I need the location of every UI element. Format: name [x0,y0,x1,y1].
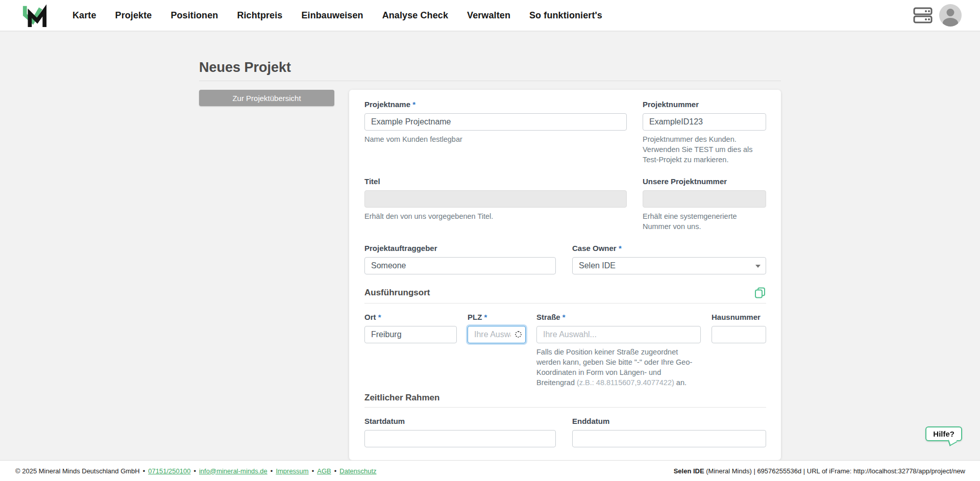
projektnummer-label: Projektnummer [643,100,766,109]
hilfe-button[interactable]: Hilfe? [925,426,962,441]
project-form-card: Projektname * Name vom Kunden festlegbar… [349,90,781,460]
unsere-projektnummer-hint: Erhält eine systemgenerierte Nummer von … [643,211,766,232]
mineral-minds-logo-icon[interactable] [21,3,48,28]
session-user: Selen IDE [674,467,704,475]
footer-separator: • [193,467,196,475]
case-owner-select[interactable]: Selen IDE [572,257,766,274]
startdatum-input[interactable] [364,430,556,447]
footer-session-info: Selen IDE (Mineral Minds) | 69576255536d… [674,467,965,475]
nav-item-projekte[interactable]: Projekte [115,10,152,21]
nav-right-actions [913,4,962,27]
copyright-text: © 2025 Mineral Minds Deutschland GmbH [15,467,140,475]
required-asterisk: * [619,244,622,252]
field-case-owner: Case Owner * Selen IDE [572,244,766,274]
impressum-link[interactable]: Impressum [276,467,308,475]
field-projektauftraggeber: Projektauftraggeber [364,244,556,274]
field-strasse: Straße * Falls die Position keiner Straß… [536,313,701,388]
nav-item-einbauweisen[interactable]: Einbauweisen [301,10,363,21]
chevron-down-icon [755,265,761,268]
agb-link[interactable]: AGB [317,467,331,475]
field-projektnummer: Projektnummer Projektnummer des Kunden. … [643,100,766,165]
field-plz: PLZ * [468,313,526,388]
footer-separator: • [334,467,337,475]
user-avatar[interactable] [939,4,962,27]
footer-separator: • [143,467,145,475]
case-owner-selected-value: Selen IDE [579,261,616,270]
field-ort: Ort * [364,313,457,388]
projektnummer-hint: Projektnummer des Kunden. Verwenden Sie … [643,134,766,165]
projektauftraggeber-label: Projektauftraggeber [364,244,556,252]
strasse-label: Straße * [536,313,701,321]
plz-label: PLZ * [468,313,526,321]
strasse-input[interactable] [536,326,701,343]
section-divider [364,407,766,408]
required-asterisk: * [484,313,487,321]
zur-projektuebersicht-button[interactable]: Zur Projektübersicht [199,90,334,106]
field-startdatum: Startdatum [364,417,556,447]
case-owner-label: Case Owner * [572,244,766,252]
projektname-input[interactable] [364,113,627,131]
hausnummer-label: Hausnummer [712,313,766,321]
section-title-ausfuehrungsort: Ausführungsort [364,288,430,298]
top-nav: Karte Projekte Positionen Richtpreis Ein… [0,0,980,31]
session-details: (Mineral Minds) | 69576255536d | URL of … [704,467,965,475]
unsere-projektnummer-label: Unsere Projektnummer [643,177,766,186]
ort-label: Ort * [364,313,457,321]
main-nav: Karte Projekte Positionen Richtpreis Ein… [72,10,602,21]
section-divider [364,303,766,303]
nav-item-positionen[interactable]: Positionen [170,10,218,21]
nav-item-so-funktionierts[interactable]: So funktioniert's [529,10,602,21]
required-asterisk: * [412,100,415,109]
field-enddatum: Enddatum [572,417,766,447]
titel-label: Titel [364,177,627,186]
unsere-projektnummer-input [643,190,766,208]
email-link[interactable]: info@mineral-minds.de [199,467,267,475]
copy-icon[interactable] [754,287,766,299]
title-divider [199,81,781,81]
titel-input [364,190,627,208]
footer-separator: • [312,467,314,475]
footer-separator: • [271,467,273,475]
startdatum-label: Startdatum [364,417,556,425]
titel-hint: Erhält den von uns vorgegebenen Titel. [364,211,627,221]
phone-link[interactable]: 07151/250100 [148,467,190,475]
footer-left: © 2025 Mineral Minds Deutschland GmbH • … [15,467,377,475]
nav-item-verwalten[interactable]: Verwalten [467,10,510,21]
field-unsere-projektnummer: Unsere Projektnummer Erhält eine systemg… [643,177,766,232]
field-projektname: Projektname * Name vom Kunden festlegbar [364,100,627,165]
required-asterisk: * [562,313,566,321]
projektname-hint: Name vom Kunden festlegbar [364,134,627,144]
datenschutz-link[interactable]: Datenschutz [339,467,376,475]
required-asterisk: * [378,313,381,321]
strasse-hint: Falls die Position keiner Straße zugeord… [536,347,701,388]
enddatum-label: Enddatum [572,417,766,425]
page-title: Neues Projekt [199,60,781,75]
server-stack-icon[interactable] [913,7,933,24]
hausnummer-input[interactable] [712,326,766,343]
nav-item-richtpreis[interactable]: Richtpreis [237,10,282,21]
ort-input[interactable] [364,326,457,343]
avatar-head-icon [947,9,954,16]
footer: © 2025 Mineral Minds Deutschland GmbH • … [0,460,980,481]
projektname-label: Projektname * [364,100,627,109]
avatar-body-icon [943,18,958,27]
loading-spinner-icon [515,331,522,338]
projektauftraggeber-input[interactable] [364,257,556,274]
field-titel: Titel Erhält den von uns vorgegebenen Ti… [364,177,627,232]
section-title-zeitlicher-rahmen: Zeitlicher Rahmen [364,393,439,403]
nav-item-karte[interactable]: Karte [72,10,96,21]
projektnummer-input[interactable] [643,113,766,131]
main-content: Neues Projekt Zur Projektübersicht Proje… [0,31,980,481]
nav-item-analyse-check[interactable]: Analyse Check [382,10,448,21]
enddatum-input[interactable] [572,430,766,447]
field-hausnummer: Hausnummer [712,313,766,388]
